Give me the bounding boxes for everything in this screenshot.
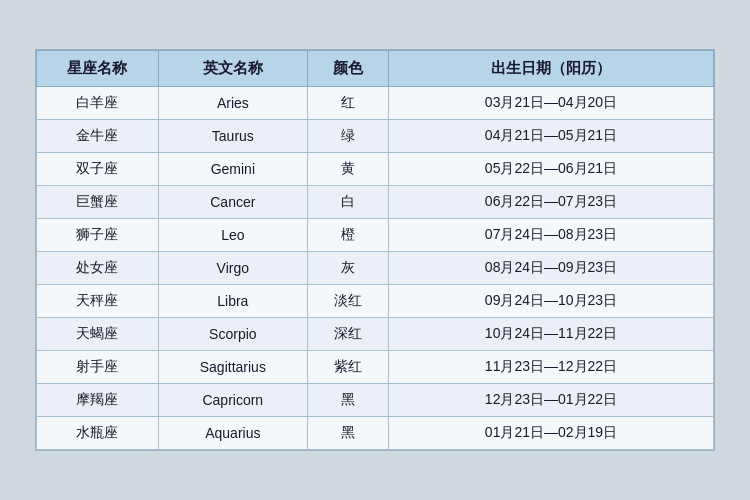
cell-english: Aries [158,87,307,120]
table-row: 摩羯座Capricorn黑12月23日—01月22日 [37,384,714,417]
cell-color: 红 [307,87,388,120]
cell-chinese: 狮子座 [37,219,159,252]
cell-english: Virgo [158,252,307,285]
cell-color: 白 [307,186,388,219]
cell-date: 05月22日—06月21日 [389,153,714,186]
cell-english: Gemini [158,153,307,186]
table-row: 金牛座Taurus绿04月21日—05月21日 [37,120,714,153]
cell-chinese: 双子座 [37,153,159,186]
cell-date: 09月24日—10月23日 [389,285,714,318]
cell-english: Sagittarius [158,351,307,384]
cell-english: Cancer [158,186,307,219]
cell-date: 01月21日—02月19日 [389,417,714,450]
cell-date: 08月24日—09月23日 [389,252,714,285]
cell-color: 深红 [307,318,388,351]
table-row: 狮子座Leo橙07月24日—08月23日 [37,219,714,252]
cell-chinese: 白羊座 [37,87,159,120]
cell-color: 黑 [307,384,388,417]
cell-english: Capricorn [158,384,307,417]
cell-chinese: 金牛座 [37,120,159,153]
cell-color: 黑 [307,417,388,450]
cell-date: 03月21日—04月20日 [389,87,714,120]
cell-color: 黄 [307,153,388,186]
cell-date: 04月21日—05月21日 [389,120,714,153]
table-row: 巨蟹座Cancer白06月22日—07月23日 [37,186,714,219]
cell-chinese: 水瓶座 [37,417,159,450]
table-row: 射手座Sagittarius紫红11月23日—12月22日 [37,351,714,384]
cell-chinese: 天秤座 [37,285,159,318]
table-row: 天秤座Libra淡红09月24日—10月23日 [37,285,714,318]
table-header-row: 星座名称 英文名称 颜色 出生日期（阳历） [37,51,714,87]
table-row: 双子座Gemini黄05月22日—06月21日 [37,153,714,186]
cell-date: 06月22日—07月23日 [389,186,714,219]
table-row: 水瓶座Aquarius黑01月21日—02月19日 [37,417,714,450]
table-row: 白羊座Aries红03月21日—04月20日 [37,87,714,120]
cell-date: 07月24日—08月23日 [389,219,714,252]
cell-chinese: 处女座 [37,252,159,285]
table-body: 白羊座Aries红03月21日—04月20日金牛座Taurus绿04月21日—0… [37,87,714,450]
table-row: 天蝎座Scorpio深红10月24日—11月22日 [37,318,714,351]
header-chinese: 星座名称 [37,51,159,87]
header-color: 颜色 [307,51,388,87]
cell-english: Libra [158,285,307,318]
cell-chinese: 巨蟹座 [37,186,159,219]
cell-color: 橙 [307,219,388,252]
cell-color: 灰 [307,252,388,285]
cell-color: 紫红 [307,351,388,384]
cell-date: 12月23日—01月22日 [389,384,714,417]
header-english: 英文名称 [158,51,307,87]
cell-chinese: 摩羯座 [37,384,159,417]
cell-date: 11月23日—12月22日 [389,351,714,384]
cell-english: Aquarius [158,417,307,450]
cell-chinese: 天蝎座 [37,318,159,351]
zodiac-table: 星座名称 英文名称 颜色 出生日期（阳历） 白羊座Aries红03月21日—04… [36,50,714,450]
cell-english: Leo [158,219,307,252]
cell-date: 10月24日—11月22日 [389,318,714,351]
cell-color: 绿 [307,120,388,153]
table-row: 处女座Virgo灰08月24日—09月23日 [37,252,714,285]
cell-english: Taurus [158,120,307,153]
header-date: 出生日期（阳历） [389,51,714,87]
zodiac-table-container: 星座名称 英文名称 颜色 出生日期（阳历） 白羊座Aries红03月21日—04… [35,49,715,451]
cell-english: Scorpio [158,318,307,351]
cell-color: 淡红 [307,285,388,318]
cell-chinese: 射手座 [37,351,159,384]
